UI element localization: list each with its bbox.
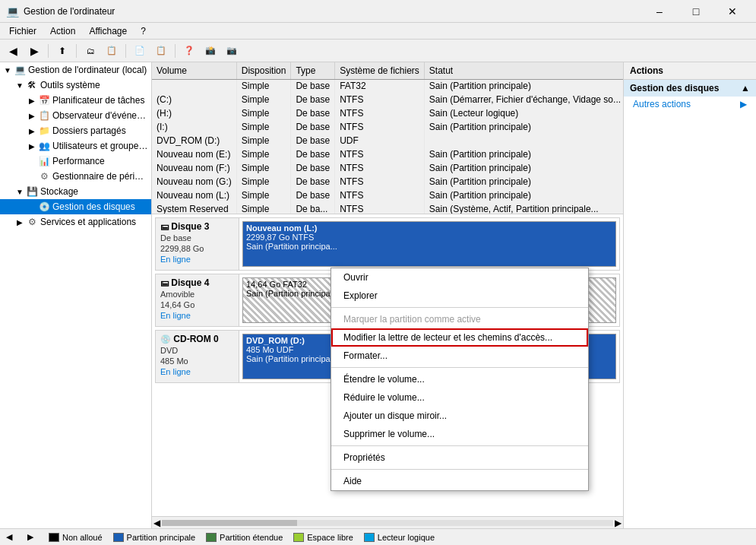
new-button[interactable]: 📄 <box>130 42 150 60</box>
table-row[interactable]: System ReservedSimpleDe ba...NTFSSain (S… <box>152 202 623 214</box>
expand-services[interactable]: ▶ <box>14 218 26 227</box>
expand-stockage[interactable]: ▼ <box>14 188 26 196</box>
tree-label-services: Services et applications <box>40 217 136 227</box>
cell-disposition: Simple <box>236 106 291 120</box>
tree-item-perf[interactable]: ▶ 📊 Performance <box>0 154 151 169</box>
expand-outils[interactable]: ▼ <box>14 81 26 90</box>
cell-statut: Sain (Démarrer, Fichier d'échange, Vidag… <box>424 93 623 106</box>
tree-item-gestperiphs[interactable]: ▶ ⚙ Gestionnaire de périphé... <box>0 169 151 184</box>
tree-item-planif[interactable]: ▶ 📅 Planificateur de tâches <box>0 93 151 108</box>
tree-item-dossiers[interactable]: ▶ 📁 Dossiers partagés <box>0 123 151 138</box>
window-title: Gestion de l'ordinateur <box>24 6 115 17</box>
tree-item-outils[interactable]: ▼ 🛠 Outils système <box>0 78 151 93</box>
menu-bar: Fichier Action Affichage ? <box>0 23 756 40</box>
tree-item-observ[interactable]: ▶ 📋 Observateur d'événeme... <box>0 108 151 123</box>
tree-label-planif: Planificateur de tâches <box>52 95 144 106</box>
table-row[interactable]: (I:)SimpleDe baseNTFSSain (Partition pri… <box>152 120 623 134</box>
show-button2[interactable]: 📋 <box>102 42 122 60</box>
cell-type: De base <box>291 106 335 120</box>
disk-table-area[interactable]: Volume Disposition Type Système de fichi… <box>152 62 623 214</box>
close-button[interactable]: ✕ <box>715 0 750 23</box>
legend-etendue: Partition étendue <box>206 533 283 542</box>
ctx-sep-2 <box>331 367 588 368</box>
forward-button[interactable]: ▶ <box>24 42 44 60</box>
cell-statut: Sain (Partition principale) <box>424 120 623 134</box>
expand-dossiers[interactable]: ▶ <box>26 127 38 135</box>
cell-statut <box>424 134 623 147</box>
scroll-right[interactable]: ▶ <box>615 518 622 528</box>
tree-item-gestiondisques[interactable]: ▶ 💿 Gestion des disques <box>0 199 151 214</box>
expand-planif[interactable]: ▶ <box>26 97 38 105</box>
ctx-etendre[interactable]: Étendre le volume... <box>331 370 588 388</box>
ctx-supprimer[interactable]: Supprimer le volume... <box>331 425 588 443</box>
main-area: ▼ 💻 Gestion de l'ordinateur (local) ▼ 🛠 … <box>0 62 756 528</box>
tree-label-observ: Observateur d'événeme... <box>52 110 148 121</box>
disk-info-cdrom: 💿 CD-ROM 0 DVD 485 Mo En ligne <box>156 331 239 382</box>
up-button[interactable]: ⬆ <box>52 42 72 60</box>
table-row[interactable]: Nouveau nom (G:)SimpleDe baseNTFSSain (P… <box>152 175 623 189</box>
tree-item-stockage[interactable]: ▼ 💾 Stockage <box>0 184 151 199</box>
ctx-sep-4 <box>331 469 588 470</box>
expand-utilisateurs[interactable]: ▶ <box>26 142 38 151</box>
status-scroll-left[interactable]: ◀ <box>6 532 15 542</box>
col-statut[interactable]: Statut <box>424 62 623 79</box>
disk-3-status: En ligne <box>160 255 234 264</box>
ctx-modifier[interactable]: Modifier la lettre de lecteur et les che… <box>331 328 588 347</box>
col-type[interactable]: Type <box>291 62 335 79</box>
menu-affichage[interactable]: Affichage <box>83 24 133 38</box>
col-disposition[interactable]: Disposition <box>236 62 291 79</box>
tree-label-utilisateurs: Utilisateurs et groupes l... <box>52 141 148 151</box>
toolbar: ◀ ▶ ⬆ 🗂 📋 📄 📋 ❓ 📸 📷 <box>0 40 756 62</box>
action-autres[interactable]: Autres actions ▶ <box>624 97 756 112</box>
tree-item-utilisateurs[interactable]: ▶ 👥 Utilisateurs et groupes l... <box>0 138 151 154</box>
table-row[interactable]: SimpleDe baseFAT32Sain (Partition princi… <box>152 79 623 93</box>
menu-help[interactable]: ? <box>134 24 152 38</box>
legend-box-principale <box>113 533 124 542</box>
minimize-button[interactable]: – <box>642 0 677 23</box>
table-row[interactable]: DVD_ROM (D:)SimpleDe baseUDF <box>152 134 623 147</box>
icon-computer: 💻 <box>14 64 26 76</box>
ctx-reduire[interactable]: Réduire le volume... <box>331 388 588 407</box>
ctx-ouvrir[interactable]: Ouvrir <box>331 268 588 287</box>
disk-4-name: 🖴 Disque 4 <box>160 277 234 288</box>
tree-item-services[interactable]: ▶ ⚙ Services et applications <box>0 214 151 230</box>
cell-volume: (C:) <box>152 93 236 106</box>
export-button[interactable]: 📸 <box>201 42 220 60</box>
table-row[interactable]: Nouveau nom (F:)SimpleDe baseNTFSSain (P… <box>152 161 623 175</box>
ctx-sep-3 <box>331 445 588 446</box>
refresh-button[interactable]: 📷 <box>222 42 242 60</box>
h-scroll[interactable]: ◀ ▶ <box>152 516 623 528</box>
cell-disposition: Simple <box>236 161 291 175</box>
table-row[interactable]: (H:)SimpleDe baseNTFSSain (Lecteur logiq… <box>152 106 623 120</box>
ctx-sep-1 <box>331 307 588 308</box>
expand-observ[interactable]: ▶ <box>26 112 38 120</box>
disk-3-name: 🖴 Disque 3 <box>160 221 234 232</box>
partition-L[interactable]: Nouveau nom (L:) 2299,87 Go NTFS Sain (P… <box>242 221 616 267</box>
actions-section-gestion[interactable]: Gestion des disques ▲ <box>624 80 756 97</box>
status-scroll-right[interactable]: ▶ <box>27 532 36 542</box>
col-volume[interactable]: Volume <box>152 62 236 79</box>
show-hide-button[interactable]: 🗂 <box>81 42 100 60</box>
col-fs[interactable]: Système de fichiers <box>335 62 425 79</box>
ctx-explorer[interactable]: Explorer <box>331 287 588 305</box>
menu-fichier[interactable]: Fichier <box>3 24 43 38</box>
table-row[interactable]: Nouveau nom (E:)SimpleDe baseNTFSSain (P… <box>152 147 623 161</box>
action-autres-arrow: ▶ <box>740 99 747 109</box>
tree-item-root[interactable]: ▼ 💻 Gestion de l'ordinateur (local) <box>0 62 151 78</box>
maximize-button[interactable]: □ <box>679 0 713 23</box>
cell-fs: FAT32 <box>335 79 425 93</box>
scroll-left[interactable]: ◀ <box>153 518 160 528</box>
table-row[interactable]: (C:)SimpleDe baseNTFSSain (Démarrer, Fic… <box>152 93 623 106</box>
back-button[interactable]: ◀ <box>3 42 23 60</box>
ctx-proprietes[interactable]: Propriétés <box>331 448 588 467</box>
menu-action[interactable]: Action <box>44 24 81 38</box>
help-button[interactable]: ❓ <box>179 42 199 60</box>
ctx-formater[interactable]: Formater... <box>331 347 588 365</box>
table-row[interactable]: Nouveau nom (L:)SimpleDe baseNTFSSain (P… <box>152 189 623 202</box>
cell-fs: NTFS <box>335 120 425 134</box>
ctx-miroir[interactable]: Ajouter un disque miroir... <box>331 407 588 425</box>
properties-button[interactable]: 📋 <box>151 42 171 60</box>
expand-root[interactable]: ▼ <box>2 66 14 74</box>
ctx-aide[interactable]: Aide <box>331 472 588 490</box>
disk-4-status: En ligne <box>160 311 234 320</box>
